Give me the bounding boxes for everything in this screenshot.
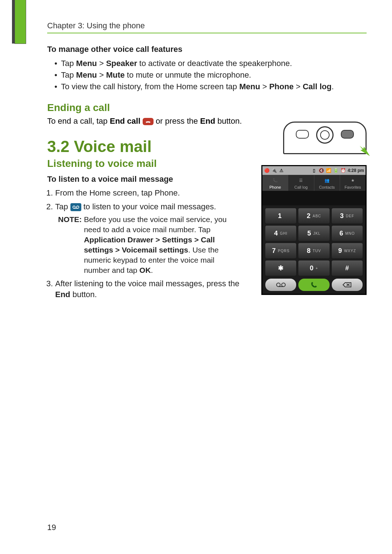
voicemail-steps: From the Home screen, tap Phone. Tap to … bbox=[55, 188, 244, 300]
key-3[interactable]: 3DEF bbox=[332, 208, 363, 223]
key-4[interactable]: 4GHI bbox=[265, 226, 296, 241]
battery-icon: 🔋 bbox=[333, 168, 339, 173]
warning-icon: ⚠ bbox=[278, 168, 284, 173]
key-9[interactable]: 9WXYZ bbox=[332, 243, 363, 258]
manage-features-heading: To manage other voice call features bbox=[47, 45, 367, 54]
status-bar: 🔴 🔌 ⚠ ▯ 🔇 📶 🔋 ⏰ 4:28 pm bbox=[262, 166, 366, 175]
call-button-illustration bbox=[296, 130, 309, 139]
key-star[interactable]: ✱ bbox=[265, 260, 296, 276]
tab-phone[interactable]: 📞 Phone bbox=[262, 175, 288, 191]
list-icon: ☰ bbox=[299, 178, 303, 183]
tab-call-log[interactable]: ☰ Call log bbox=[288, 175, 314, 191]
status-time: 4:28 pm bbox=[348, 168, 364, 173]
svg-point-3 bbox=[277, 283, 280, 287]
page-tab-decor bbox=[15, 0, 26, 44]
list-item: Tap Menu > Mute to mute or unmute the mi… bbox=[54, 69, 367, 81]
key-8[interactable]: 8TUV bbox=[298, 243, 329, 258]
voicemail-icon bbox=[70, 203, 81, 211]
usb-icon: 🔌 bbox=[271, 168, 277, 173]
manage-features-list: Tap Menu > Speaker to activate or deacti… bbox=[54, 58, 367, 93]
svg-point-1 bbox=[76, 206, 79, 209]
end-call-icon bbox=[143, 118, 154, 125]
end-button-illustration bbox=[341, 130, 354, 139]
backspace-key[interactable] bbox=[332, 279, 363, 291]
svg-point-0 bbox=[73, 206, 75, 209]
list-item: Tap Menu > Speaker to activate or deacti… bbox=[54, 58, 367, 69]
phone-handset-icon bbox=[310, 281, 318, 288]
dial-key[interactable] bbox=[298, 279, 329, 291]
keypad: 1 2ABC 3DEF 4GHI 5JKL 6MNO 7PQRS 8TUV 9W… bbox=[262, 205, 366, 279]
notification-icon: 🔴 bbox=[264, 168, 270, 173]
list-item: From the Home screen, tap Phone. bbox=[55, 188, 244, 198]
key-5[interactable]: 5JKL bbox=[298, 226, 329, 241]
trackball-illustration bbox=[316, 126, 334, 144]
horizontal-rule bbox=[47, 33, 367, 33]
key-0[interactable]: 0+ bbox=[298, 260, 329, 276]
bottom-action-row bbox=[262, 279, 366, 294]
contacts-icon: 👥 bbox=[324, 178, 330, 183]
key-6[interactable]: 6MNO bbox=[332, 226, 363, 241]
dialer-tabs: 📞 Phone ☰ Call log 👥 Contacts ★ Favorite… bbox=[262, 175, 366, 191]
key-hash[interactable]: # bbox=[332, 260, 363, 276]
chapter-header: Chapter 3: Using the phone bbox=[47, 21, 367, 30]
sim-icon: ▯ bbox=[311, 168, 317, 173]
key-7[interactable]: 7PQRS bbox=[265, 243, 296, 258]
backspace-icon bbox=[342, 282, 352, 288]
note-block: NOTE: Before you use the voice mail serv… bbox=[58, 214, 244, 275]
mute-icon: 🔇 bbox=[319, 168, 324, 173]
list-item: Tap to listen to your voice mail message… bbox=[55, 201, 244, 275]
phone-dialer-screenshot: 🔴 🔌 ⚠ ▯ 🔇 📶 🔋 ⏰ 4:28 pm 📞 Phone ☰ Ca bbox=[261, 165, 367, 295]
page-number: 19 bbox=[47, 523, 56, 532]
number-display bbox=[262, 191, 366, 205]
list-item: To view the call history, from the Home … bbox=[54, 81, 367, 93]
pointer-arrow-icon bbox=[356, 142, 371, 157]
voicemail-key[interactable] bbox=[265, 279, 296, 291]
key-2[interactable]: 2ABC bbox=[298, 208, 329, 223]
star-icon: ★ bbox=[351, 178, 355, 183]
alarm-icon: ⏰ bbox=[340, 168, 346, 173]
signal-icon: 📶 bbox=[326, 168, 332, 173]
phone-icon: 📞 bbox=[273, 178, 278, 183]
voicemail-glyph-icon bbox=[276, 282, 286, 288]
phone-top-illustration bbox=[283, 122, 367, 154]
ending-call-text: To end a call, tap End call or press the… bbox=[47, 116, 250, 127]
tab-contacts[interactable]: 👥 Contacts bbox=[314, 175, 340, 191]
ending-call-heading: Ending a call bbox=[47, 102, 367, 114]
svg-point-4 bbox=[282, 283, 285, 287]
key-1[interactable]: 1 bbox=[265, 208, 296, 223]
tab-favorites[interactable]: ★ Favorites bbox=[340, 175, 366, 191]
list-item: After listening to the voice mail messag… bbox=[55, 278, 244, 300]
